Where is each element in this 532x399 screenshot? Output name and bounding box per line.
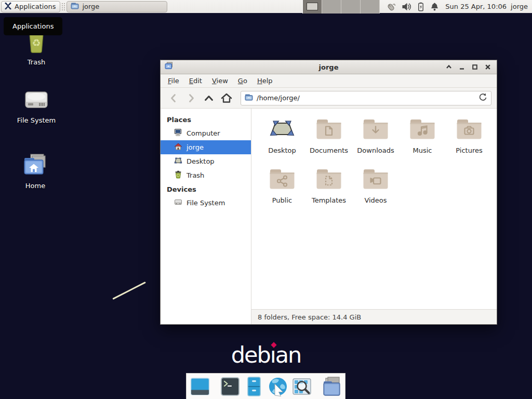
desktop-icon-label: File System <box>17 116 56 124</box>
desktop-icon-home[interactable]: Home <box>8 153 62 190</box>
sidebar-item-label: Desktop <box>187 157 215 165</box>
file-item-templates[interactable]: Templates <box>305 165 352 215</box>
forward-button[interactable] <box>183 91 199 105</box>
sidebar-header-devices: Devices <box>161 182 251 196</box>
web-browser-launcher[interactable] <box>268 376 288 397</box>
workspace-3[interactable] <box>341 0 361 14</box>
window-titlebar[interactable]: jorge <box>161 60 497 74</box>
battery-charging-tray-icon[interactable] <box>417 2 424 11</box>
wordmark-text: an <box>275 342 301 368</box>
desktop-special-icon <box>270 119 295 142</box>
sidebar-item-label: jorge <box>187 143 204 151</box>
close-button[interactable] <box>483 62 493 72</box>
desktop-mini-icon <box>174 156 182 166</box>
desktop: Applications jorge <box>0 0 532 399</box>
volume-tray-icon[interactable] <box>402 2 411 11</box>
desktop-icon-file-system[interactable]: File System <box>9 90 63 124</box>
menu-view[interactable]: View <box>208 75 232 86</box>
videos-folder-icon <box>363 169 388 192</box>
workspace-window-preview <box>307 3 318 10</box>
maximize-button[interactable] <box>470 62 480 72</box>
file-item-label: Music <box>413 147 432 154</box>
file-item-desktop[interactable]: Desktop <box>259 115 305 165</box>
menu-bar: File Edit View Go Help <box>161 74 497 88</box>
pictures-folder-icon <box>457 119 482 142</box>
show-desktop-button[interactable] <box>190 376 210 397</box>
sidebar-item-trash[interactable]: Trash <box>161 168 251 182</box>
file-item-label: Templates <box>312 196 346 204</box>
wordmark-i: ı <box>270 342 275 368</box>
terminal-icon <box>220 376 241 397</box>
menu-go[interactable]: Go <box>234 75 251 86</box>
templates-folder-icon <box>316 169 341 192</box>
file-manager-window: jorge File Edit View Go Help <box>160 60 497 325</box>
sidebar-item-jorge[interactable]: jorge <box>161 140 251 154</box>
documents-folder-icon <box>316 119 341 142</box>
file-item-videos[interactable]: Videos <box>352 165 399 215</box>
taskbar-window-button[interactable]: jorge <box>66 1 167 12</box>
show-desktop-icon <box>190 376 210 397</box>
sidebar-item-computer[interactable]: Computer <box>161 126 251 140</box>
taskbar-window-label: jorge <box>82 3 99 10</box>
sidebar-item-file-system[interactable]: File System <box>161 196 251 210</box>
minimize-button[interactable] <box>457 62 467 72</box>
applications-menu-button[interactable]: Applications <box>1 1 60 12</box>
file-item-documents[interactable]: Documents <box>305 115 352 165</box>
sidebar-item-label: Computer <box>187 129 220 137</box>
panel-separator-handle[interactable] <box>61 3 65 11</box>
back-button[interactable] <box>166 91 181 105</box>
file-item-label: Downloads <box>357 147 394 154</box>
status-bar: 8 folders, Free space: 14.4 GiB <box>251 309 497 324</box>
public-folder-icon <box>270 169 295 192</box>
directory-menu-launcher[interactable] <box>322 376 342 397</box>
sidebar-item-label: Trash <box>187 171 204 179</box>
toolbar: /home/jorge/ <box>161 88 497 109</box>
workspace-switcher[interactable] <box>302 0 380 14</box>
bottom-dock-panel <box>186 373 345 399</box>
top-panel: Applications jorge <box>0 0 532 14</box>
reload-icon[interactable] <box>478 92 487 103</box>
sidebar-item-desktop[interactable]: Desktop <box>161 154 251 168</box>
drive-mini-icon <box>174 198 182 208</box>
xfce-menu-icon <box>4 2 12 11</box>
file-item-downloads[interactable]: Downloads <box>352 115 399 165</box>
notifications-bell-tray-icon[interactable] <box>430 2 439 11</box>
application-finder-launcher[interactable] <box>291 376 312 397</box>
places-sidebar: Places Computer <box>161 109 251 324</box>
main-area: Desktop Documents <box>251 109 497 324</box>
file-item-music[interactable]: Music <box>399 115 446 165</box>
shade-button[interactable] <box>444 62 454 72</box>
location-folder-icon <box>245 93 253 103</box>
file-item-pictures[interactable]: Pictures <box>446 115 493 165</box>
hard-drive-icon <box>24 90 49 114</box>
location-path[interactable]: /home/jorge/ <box>257 94 475 102</box>
file-item-public[interactable]: Public <box>259 165 305 215</box>
window-icon <box>165 62 173 72</box>
menu-file[interactable]: File <box>164 75 183 86</box>
up-button[interactable] <box>201 91 217 105</box>
stray-paint-line <box>112 282 146 300</box>
home-icon <box>174 142 182 152</box>
panel-user-indicator[interactable]: jorge <box>511 3 528 10</box>
desktop-icon-label: Trash <box>28 58 45 66</box>
trash-mini-icon <box>174 170 182 180</box>
workspace-2[interactable] <box>322 0 341 14</box>
application-finder-icon <box>291 376 312 397</box>
location-bar[interactable]: /home/jorge/ <box>241 91 491 105</box>
folder-icon-view[interactable]: Desktop Documents <box>251 109 497 309</box>
downloads-folder-icon <box>363 119 388 142</box>
window-body: Places Computer <box>161 109 497 324</box>
workspace-1[interactable] <box>303 0 322 14</box>
menu-edit[interactable]: Edit <box>185 75 206 86</box>
home-folder-icon <box>22 153 48 179</box>
file-item-label: Documents <box>310 147 348 154</box>
terminal-launcher[interactable] <box>220 376 241 397</box>
menu-help[interactable]: Help <box>253 75 277 86</box>
file-item-label: Videos <box>364 196 387 204</box>
panel-clock[interactable]: Sun 25 Apr, 10:06 <box>445 3 507 10</box>
workspace-4[interactable] <box>361 0 380 14</box>
mouse-settings-tray-icon[interactable] <box>386 2 396 11</box>
home-button[interactable] <box>219 91 234 105</box>
file-manager-launcher[interactable] <box>244 376 264 397</box>
svg-text:♻: ♻ <box>32 37 41 48</box>
